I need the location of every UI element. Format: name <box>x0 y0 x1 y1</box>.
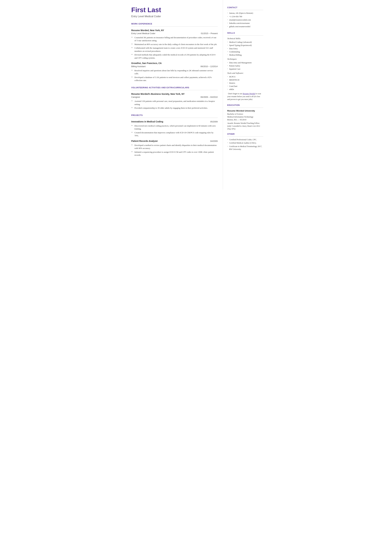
job-2-role: Billing Assistant <box>131 65 146 68</box>
skill-item: HCPCS <box>227 75 263 78</box>
job-2-bullets: Resolved inquiries and questions about l… <box>132 69 218 82</box>
other-divider <box>227 136 263 137</box>
skills-tools-list: HCPCS MEDITECH Dentrix ComChart eMDs <box>227 75 263 91</box>
job-1-bullets: Counseled 3K patients on insurance billi… <box>132 36 218 60</box>
skills-cat-tools: Tools and Software: <box>227 72 263 75</box>
skills-heading: SKILLS <box>227 32 263 35</box>
skill-item: Dentrix <box>227 82 263 84</box>
edu-degree: Bachelor of Science <box>227 112 263 115</box>
bullet-item: Collaborated with the management team to… <box>132 46 218 53</box>
contact-item-github: github.com/resumeworded <box>227 25 263 28</box>
volunteer-1-name: Resume Worded's Business Society, New Yo… <box>131 92 218 96</box>
skill-item: MEDITECH <box>227 78 263 81</box>
bullet-item: Discovered new medical coding practices,… <box>132 124 218 130</box>
project-2-title: Patient Records Analyzer <box>131 140 158 143</box>
other-heading: OTHER <box>227 133 263 135</box>
bullet-item: Initiated a sequencing procedure to assi… <box>132 150 218 157</box>
job-1-role: Entry Level Medical Coder <box>131 32 155 35</box>
skill-item: ComChart <box>227 85 263 88</box>
project-2-bullets: Developed a method to review patient cha… <box>132 144 218 157</box>
contact-divider <box>227 10 263 10</box>
bullet-item: Created documentation that improves comp… <box>132 131 218 137</box>
edu-field: Medical Information Technology <box>227 115 263 118</box>
skill-item: Data Entry <box>227 47 263 50</box>
skills-cat-techniques: Techniques: <box>227 58 263 61</box>
bullet-item: Maintained an 86% accuracy rate in the d… <box>132 43 218 46</box>
candidate-title: Entry Level Medical Coder <box>131 14 218 18</box>
contact-item-phone: +1-234-456-789 <box>227 15 263 18</box>
skill-item: Inpatient Care <box>227 68 263 70</box>
job-1-dates: 01/2015 – Present <box>201 32 217 35</box>
bullet-item: Assisted 130 patients with personal care… <box>132 100 218 106</box>
project-1-date: 05/2009 <box>210 120 218 123</box>
bullet-item: Developed a database of 3.1K patients to… <box>132 76 218 82</box>
contact-item-email: email@resumeworded.com <box>227 19 263 21</box>
other-item: Certified Medical Auditor (CMA). <box>227 141 263 144</box>
project-1-bullets: Discovered new medical coding practices,… <box>132 124 218 137</box>
projects-divider <box>131 118 218 118</box>
promo-text: · Don't forget to use Resume Worded to s… <box>227 92 263 101</box>
edu-awards: Awards: Resume Worded Teaching Fellow (o… <box>227 122 263 130</box>
project-2: Patient Records Analyzer 04/2009 Develop… <box>131 140 218 157</box>
skill-item: Speed Typing (Experienced) <box>227 44 263 47</box>
skill-item: Medical Billing <box>227 54 263 56</box>
project-2-date: 04/2009 <box>210 140 218 143</box>
contact-item-linkedin: linkedin.com/in/username <box>227 22 263 25</box>
skill-item: Medical Coding (Advanced) <box>227 41 263 44</box>
job-1: Resume Worded, New York, NY Entry Level … <box>131 29 218 60</box>
contact-list: Juneau, AK (Open to Remote) +1-234-456-7… <box>227 12 263 28</box>
skills-cat-technical: Technical Skills: <box>227 37 263 40</box>
contact-heading: CONTACT <box>227 6 263 9</box>
volunteer-1-bullets: Assisted 130 patients with personal care… <box>132 100 218 110</box>
project-1-title: Innovations in Medical Coding <box>131 120 163 123</box>
job-2: Growthsi, San Francisco, CA Billing Assi… <box>131 62 218 82</box>
volunteering-heading: VOLUNTEERING ACTIVITIES AND EXTRACURRICU… <box>131 86 218 89</box>
edu-institution: Resume Worded University <box>227 109 263 112</box>
project-1: Innovations in Medical Coding 05/2009 Di… <box>131 120 218 137</box>
skill-item: eMDs <box>227 88 263 91</box>
other-item: Certificate in Medical Terminology 2017,… <box>227 145 263 151</box>
education-heading: EDUCATION <box>227 104 263 107</box>
skills-technical-list: Medical Coding (Advanced) Speed Typing (… <box>227 41 263 56</box>
bullet-item: Provided companionship to 39 older adult… <box>132 106 218 110</box>
bullet-item: Counseled 3K patients on insurance billi… <box>132 36 218 42</box>
skill-item: Data entry and Management <box>227 61 263 64</box>
skills-techniques-list: Data entry and Management Patient Safety… <box>227 61 263 70</box>
volunteering-divider <box>131 90 218 90</box>
work-experience-heading: WORK EXPERIENCE <box>131 23 218 25</box>
employer-1-name: Resume Worded, New York, NY <box>131 29 218 32</box>
bullet-item: Devised methods that adequately coded th… <box>132 53 218 59</box>
skill-item: Credentialing <box>227 50 263 53</box>
job-2-dates: 06/2010 – 12/2014 <box>201 65 217 68</box>
candidate-name: First Last <box>131 6 218 14</box>
volunteer-1-dates: 06/2009 – 04/2010 <box>201 96 217 99</box>
skill-item: Patient Safety <box>227 64 263 67</box>
bullet-item: Developed a method to review patient cha… <box>132 144 218 150</box>
bullet-item: Resolved inquiries and questions about l… <box>132 69 218 75</box>
work-experience-divider <box>131 26 218 27</box>
projects-heading: PROJECTS <box>131 114 218 117</box>
volunteer-1-role: Caregiver <box>131 96 140 99</box>
edu-dates: Boston, MA — 05/2010 <box>227 118 263 121</box>
other-list: Certified Professional Coder, CPC. Certi… <box>227 138 263 151</box>
volunteer-1: Resume Worded's Business Society, New Yo… <box>131 92 218 110</box>
employer-2-name: Growthsi, San Francisco, CA <box>131 62 218 65</box>
other-item: Certified Professional Coder, CPC. <box>227 138 263 141</box>
contact-item-location: Juneau, AK (Open to Remote) <box>227 12 263 14</box>
promo-link[interactable]: Resume Worded <box>243 92 255 95</box>
